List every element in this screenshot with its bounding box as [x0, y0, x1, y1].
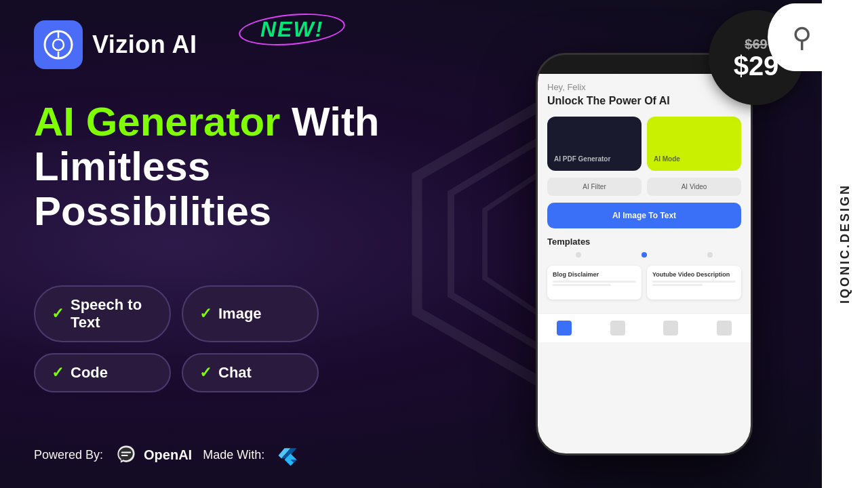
made-with-label: Made With:: [203, 448, 264, 462]
phone-subtitle: Unlock The Power Of AI: [547, 95, 741, 107]
phone-greeting: Hey, Felix: [547, 82, 741, 92]
template-card-1-line2: [553, 284, 611, 286]
headline-area: AI Generator With Limitless Possibilitie…: [34, 100, 387, 234]
headline-with: With: [280, 99, 379, 144]
openai-text: OpenAI: [144, 447, 192, 463]
phone-btn-filter[interactable]: AI Filter: [547, 178, 642, 196]
side-strip: IQONIC.DESIGN: [822, 0, 868, 488]
phone-small-btns: AI Filter AI Video: [547, 178, 741, 196]
phone-screen-inner: Hey, Felix Unlock The Power Of AI AI PDF…: [538, 74, 751, 313]
app-title: Vizion AI: [92, 30, 197, 59]
phone-screen: Hey, Felix Unlock The Power Of AI AI PDF…: [538, 74, 751, 453]
app-logo-icon: [34, 20, 83, 69]
phone-nav-home[interactable]: [557, 321, 572, 336]
features-grid: ✓ Speech to Text ✓ Image ✓ Code ✓ Chat: [34, 285, 319, 392]
feature-speech-to-text[interactable]: ✓ Speech to Text: [34, 285, 171, 342]
template-card-2-label: Youtube Video Description: [652, 271, 736, 278]
phone-card-mode-label: AI Mode: [654, 155, 734, 163]
phone-card-pdf-label: AI PDF Generator: [554, 155, 635, 163]
phone-templates-title: Templates: [547, 237, 741, 247]
feature-label-speech: Speech to Text: [71, 296, 153, 331]
search-partial-circle: ⚲: [768, 3, 822, 71]
phone-btn-video[interactable]: AI Video: [647, 178, 741, 196]
phone-card-mode[interactable]: AI Mode: [647, 117, 741, 171]
phone-nav: [538, 313, 751, 342]
headline-green: AI Generator: [34, 99, 280, 144]
headline-line2: Limitless Possibilities: [34, 144, 387, 234]
right-panel: $69 $29 Hey, Felix Unlock The Power Of A…: [420, 0, 868, 488]
check-icon-speech: ✓: [52, 305, 64, 323]
phone-template-cards: Blog Disclaimer Youtube Video Descriptio…: [547, 266, 741, 300]
powered-by-label: Powered By:: [34, 448, 103, 462]
phone-blue-btn[interactable]: AI Image To Text: [547, 203, 741, 228]
dot-1: [576, 252, 581, 258]
price-original: $69: [745, 37, 767, 52]
check-icon-image: ✓: [199, 305, 212, 323]
phone-nav-profile[interactable]: [663, 321, 678, 336]
openai-logo: OpenAI: [114, 443, 192, 468]
template-card-1-label: Blog Disclaimer: [553, 271, 636, 278]
dot-3: [707, 252, 713, 258]
headline-line1: AI Generator With: [34, 100, 387, 144]
dot-2-active: [642, 252, 647, 258]
feature-label-chat: Chat: [218, 364, 252, 382]
phone-dot-row: [547, 252, 741, 260]
phone-outer: Hey, Felix Unlock The Power Of AI AI PDF…: [536, 53, 753, 455]
search-icon: ⚲: [792, 22, 812, 53]
template-card-2-line2: [652, 284, 703, 286]
template-card-1-line1: [553, 281, 636, 283]
phone-cards-grid: AI PDF Generator AI Mode: [547, 117, 741, 171]
phone-nav-search[interactable]: [610, 321, 625, 336]
new-badge-area: NEW!: [244, 17, 340, 42]
feature-image[interactable]: ✓ Image: [182, 285, 319, 342]
svg-point-1: [53, 39, 64, 50]
left-panel: Vizion AI NEW! AI Generator With Limitle…: [0, 0, 420, 488]
phone-mockup: Hey, Felix Unlock The Power Of AI AI PDF…: [536, 53, 753, 455]
template-card-2-line1: [652, 281, 736, 283]
price-currency: $: [734, 51, 749, 81]
main-content: Vizion AI NEW! AI Generator With Limitle…: [0, 0, 868, 488]
phone-card-pdf[interactable]: AI PDF Generator: [547, 117, 642, 171]
check-icon-chat: ✓: [199, 364, 212, 382]
new-badge: NEW!: [244, 17, 340, 42]
feature-label-image: Image: [218, 305, 262, 323]
feature-code[interactable]: ✓ Code: [34, 353, 171, 392]
flutter-icon: [275, 443, 300, 468]
feature-label-code: Code: [71, 364, 108, 382]
brand-name: IQONIC.DESIGN: [838, 184, 852, 304]
powered-area: Powered By: OpenAI Made With:: [34, 443, 387, 468]
phone-nav-settings[interactable]: [717, 321, 732, 336]
template-card-2[interactable]: Youtube Video Description: [647, 266, 741, 300]
phone-notch: [610, 55, 678, 74]
feature-chat[interactable]: ✓ Chat: [182, 353, 319, 392]
template-card-1[interactable]: Blog Disclaimer: [547, 266, 642, 300]
check-icon-code: ✓: [52, 364, 64, 382]
